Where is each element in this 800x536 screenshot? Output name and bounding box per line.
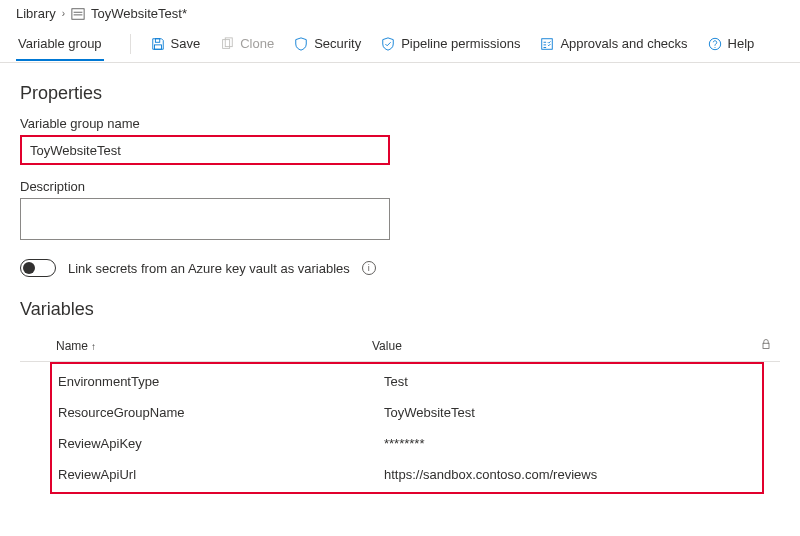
security-button[interactable]: Security: [284, 30, 371, 57]
tab-variable-group[interactable]: Variable group: [16, 26, 104, 61]
toolbar-divider: [130, 34, 131, 54]
var-value: Test: [384, 374, 756, 389]
shield-icon: [294, 37, 308, 51]
lock-column-header: [750, 338, 780, 353]
clone-label: Clone: [240, 36, 274, 51]
svg-rect-3: [155, 38, 159, 42]
help-label: Help: [728, 36, 755, 51]
table-row[interactable]: ReviewApiUrl https://sandbox.contoso.com…: [52, 459, 762, 490]
svg-rect-0: [72, 8, 84, 19]
value-column-header[interactable]: Value: [372, 339, 750, 353]
var-name: ReviewApiKey: [58, 436, 384, 451]
var-name: ResourceGroupName: [58, 405, 384, 420]
table-row[interactable]: ResourceGroupName ToyWebsiteTest: [52, 397, 762, 428]
approvals-label: Approvals and checks: [560, 36, 687, 51]
clone-button: Clone: [210, 30, 284, 57]
svg-rect-4: [154, 44, 161, 48]
description-input[interactable]: [20, 198, 390, 240]
breadcrumb-library[interactable]: Library: [16, 6, 56, 21]
info-icon[interactable]: i: [362, 261, 376, 275]
chevron-right-icon: ›: [62, 8, 65, 19]
checklist-icon: [540, 37, 554, 51]
save-icon: [151, 37, 165, 51]
content: Properties Variable group name Descripti…: [0, 63, 800, 508]
security-label: Security: [314, 36, 361, 51]
var-name: EnvironmentType: [58, 374, 384, 389]
clone-icon: [220, 37, 234, 51]
variables-header: Name↑ Value: [20, 332, 780, 362]
variables-table: Name↑ Value EnvironmentType Test Resourc…: [20, 332, 780, 494]
name-column-header[interactable]: Name↑: [42, 339, 372, 353]
breadcrumb-current: ToyWebsiteTest*: [91, 6, 187, 21]
svg-rect-7: [542, 38, 553, 49]
svg-rect-10: [763, 343, 769, 348]
permissions-label: Pipeline permissions: [401, 36, 520, 51]
breadcrumb: Library › ToyWebsiteTest*: [0, 0, 800, 23]
toolbar: Variable group Save Clone Security Pipel…: [0, 23, 800, 63]
properties-heading: Properties: [20, 83, 780, 104]
var-value: ToyWebsiteTest: [384, 405, 756, 420]
save-label: Save: [171, 36, 201, 51]
approvals-button[interactable]: Approvals and checks: [530, 30, 697, 57]
vg-name-input[interactable]: [20, 135, 390, 165]
vg-name-label: Variable group name: [20, 116, 780, 131]
sort-asc-icon: ↑: [91, 341, 96, 352]
help-button[interactable]: Help: [698, 30, 765, 57]
link-keyvault-label: Link secrets from an Azure key vault as …: [68, 261, 350, 276]
table-row[interactable]: EnvironmentType Test: [52, 366, 762, 397]
help-icon: [708, 37, 722, 51]
var-value: ********: [384, 436, 756, 451]
name-header-label: Name: [56, 339, 88, 353]
var-value: https://sandbox.contoso.com/reviews: [384, 467, 756, 482]
variables-heading: Variables: [20, 299, 780, 320]
table-row[interactable]: ReviewApiKey ********: [52, 428, 762, 459]
pipeline-permissions-button[interactable]: Pipeline permissions: [371, 30, 530, 57]
var-name: ReviewApiUrl: [58, 467, 384, 482]
variable-group-icon: [71, 7, 85, 21]
description-label: Description: [20, 179, 780, 194]
variables-rows-highlight: EnvironmentType Test ResourceGroupName T…: [50, 362, 764, 494]
lock-icon: [760, 338, 772, 350]
shield-check-icon: [381, 37, 395, 51]
svg-point-9: [714, 46, 715, 47]
link-keyvault-toggle[interactable]: [20, 259, 56, 277]
save-button[interactable]: Save: [141, 30, 211, 57]
